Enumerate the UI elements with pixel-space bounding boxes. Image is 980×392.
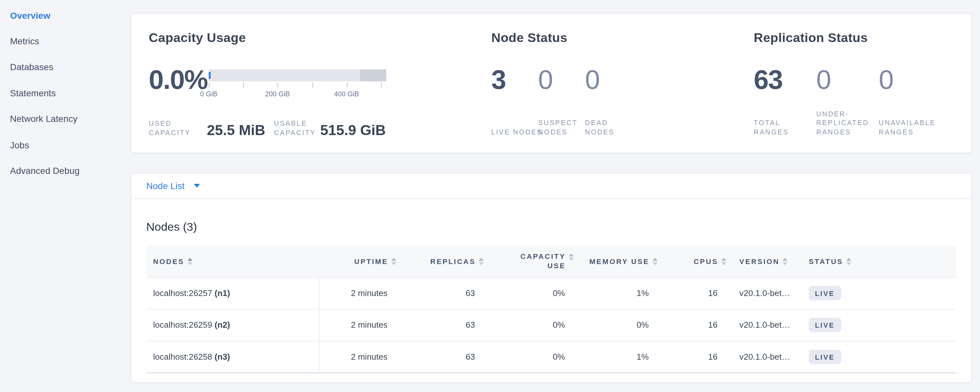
- node-address[interactable]: localhost:26258 (n3): [146, 341, 319, 373]
- axis-label-400: 400 GiB: [334, 90, 359, 97]
- chevron-down-icon[interactable]: [194, 184, 200, 188]
- uptime-cell: 2 minutes: [319, 277, 396, 309]
- sort-icon[interactable]: [569, 253, 573, 260]
- capacity-gauge-axis-labels: 0 GiB 200 GiB 400 GiB: [208, 90, 386, 99]
- usable-capacity-value: 515.9 GiB: [320, 123, 386, 137]
- node-list-dropdown-label[interactable]: Node List: [146, 181, 185, 191]
- version-cell: v20.1.0-bet…: [726, 277, 798, 309]
- memory-use-cell: 1%: [574, 277, 657, 309]
- column-header-memory-use[interactable]: MEMORY USE: [574, 246, 657, 277]
- main-content: Capacity Usage 0.0% 0 GiB: [131, 0, 980, 392]
- sidebar-item-databases[interactable]: Databases: [10, 54, 131, 80]
- replication-status-title: Replication Status: [754, 31, 971, 44]
- sort-icon[interactable]: [479, 258, 484, 265]
- axis-label-0: 0 GiB: [200, 90, 217, 97]
- memory-use-cell: 0%: [574, 309, 657, 341]
- dead-nodes-value: 0: [585, 65, 632, 94]
- cluster-summary-card: Capacity Usage 0.0% 0 GiB: [131, 13, 972, 153]
- replicas-cell: 63: [396, 309, 484, 341]
- capacity-usage-title: Capacity Usage: [149, 31, 492, 44]
- node-status-title: Node Status: [491, 31, 754, 44]
- axis-label-200: 200 GiB: [265, 90, 290, 97]
- sidebar-item-metrics[interactable]: Metrics: [10, 29, 131, 54]
- suspect-nodes-stat: 0 SUSPECT NODES: [538, 65, 585, 136]
- unavailable-ranges-label: UNAVAILABLE RANGES: [878, 118, 941, 136]
- sidebar-item-jobs[interactable]: Jobs: [10, 132, 131, 158]
- sidebar-item-advanced-debug[interactable]: Advanced Debug: [10, 158, 131, 183]
- node-status-section: Node Status 3 LIVE NODES 0 SUSPECT NODES…: [491, 14, 754, 153]
- status-cell: LIVE: [798, 341, 956, 373]
- status-cell: LIVE: [798, 309, 956, 341]
- status-badge: LIVE: [809, 318, 841, 332]
- status-badge: LIVE: [809, 350, 841, 364]
- table-row: localhost:26259 (n2) 2 minutes 63 0% 0% …: [146, 309, 956, 341]
- capacity-gauge-used-marker: [208, 72, 210, 79]
- sidebar-nav: Overview Metrics Databases Statements Ne…: [10, 3, 131, 184]
- sidebar: Overview Metrics Databases Statements Ne…: [0, 0, 131, 392]
- nodes-table-header-row: NODES UPTIME REPLICAS CAPACITY USE MEMOR: [146, 246, 956, 277]
- under-replicated-ranges-stat: 0 UNDER-REPLICATED RANGES: [816, 65, 879, 136]
- capacity-gauge: 0 GiB 200 GiB 400 GiB: [208, 70, 386, 102]
- node-address[interactable]: localhost:26259 (n2): [146, 309, 319, 341]
- sort-icon[interactable]: [391, 258, 396, 265]
- sort-icon[interactable]: [783, 258, 788, 265]
- column-header-uptime[interactable]: UPTIME: [319, 246, 396, 277]
- memory-use-cell: 1%: [574, 341, 657, 373]
- capacity-percent: 0.0%: [149, 65, 209, 101]
- sidebar-item-overview[interactable]: Overview: [10, 3, 131, 29]
- node-id: (n1): [215, 288, 230, 298]
- live-nodes-value: 3: [491, 65, 538, 94]
- column-header-cpus[interactable]: CPUS: [657, 246, 726, 277]
- node-list-card: Node List Nodes (3) NODES UPTIME: [131, 172, 972, 382]
- cpus-cell: 16: [657, 277, 726, 309]
- version-cell: v20.1.0-bet…: [726, 341, 798, 373]
- usable-capacity-stat: USABLE CAPACITY 515.9 GiB: [274, 119, 385, 137]
- sort-icon[interactable]: [652, 258, 657, 265]
- total-ranges-value: 63: [754, 65, 816, 94]
- suspect-nodes-value: 0: [538, 65, 585, 94]
- total-ranges-stat: 63 TOTAL RANGES: [754, 65, 816, 136]
- sort-icon[interactable]: [187, 258, 192, 265]
- unavailable-ranges-value: 0: [878, 65, 941, 94]
- node-id: (n2): [215, 320, 230, 330]
- replicas-cell: 63: [396, 277, 484, 309]
- sort-icon[interactable]: [721, 258, 726, 265]
- sort-icon[interactable]: [846, 258, 851, 265]
- column-header-replicas[interactable]: REPLICAS: [396, 246, 484, 277]
- column-header-version[interactable]: VERSION: [726, 246, 798, 277]
- capacity-gauge-track: [208, 70, 386, 81]
- under-replicated-ranges-label: UNDER-REPLICATED RANGES: [816, 109, 879, 136]
- cpus-cell: 16: [657, 309, 726, 341]
- cpus-cell: 16: [657, 341, 726, 373]
- status-badge: LIVE: [809, 286, 841, 301]
- nodes-table-title: Nodes (3): [146, 220, 971, 233]
- usable-capacity-label: USABLE CAPACITY: [274, 119, 320, 137]
- uptime-cell: 2 minutes: [319, 309, 396, 341]
- sidebar-item-statements[interactable]: Statements: [10, 80, 131, 106]
- live-nodes-stat: 3 LIVE NODES: [491, 65, 538, 136]
- used-capacity-label: USED CAPACITY: [149, 119, 207, 137]
- used-capacity-value: 25.5 MiB: [207, 123, 266, 137]
- column-header-capacity-use[interactable]: CAPACITY USE: [484, 246, 574, 277]
- unavailable-ranges-stat: 0 UNAVAILABLE RANGES: [878, 65, 941, 136]
- version-cell: v20.1.0-bet…: [726, 309, 798, 341]
- dead-nodes-stat: 0 DEAD NODES: [585, 65, 632, 136]
- table-row: localhost:26258 (n3) 2 minutes 63 0% 1% …: [146, 341, 956, 373]
- column-header-status[interactable]: STATUS: [798, 246, 956, 277]
- under-replicated-ranges-value: 0: [816, 65, 879, 94]
- used-capacity-stat: USED CAPACITY 25.5 MiB: [149, 119, 266, 137]
- replicas-cell: 63: [396, 341, 484, 373]
- dead-nodes-label: DEAD NODES: [585, 118, 640, 136]
- sidebar-item-network-latency[interactable]: Network Latency: [10, 106, 131, 132]
- node-list-dropdown[interactable]: Node List: [131, 173, 971, 199]
- node-id: (n3): [215, 352, 230, 361]
- total-ranges-label: TOTAL RANGES: [754, 118, 816, 136]
- replication-status-section: Replication Status 63 TOTAL RANGES 0 UND…: [754, 14, 971, 153]
- nodes-table: NODES UPTIME REPLICAS CAPACITY USE MEMOR: [146, 246, 956, 374]
- uptime-cell: 2 minutes: [319, 341, 396, 373]
- node-address[interactable]: localhost:26257 (n1): [146, 277, 319, 309]
- capacity-use-cell: 0%: [484, 309, 574, 341]
- capacity-gauge-ticks: [208, 83, 386, 87]
- column-header-nodes[interactable]: NODES: [146, 246, 319, 277]
- table-row: localhost:26257 (n1) 2 minutes 63 0% 1% …: [146, 277, 956, 309]
